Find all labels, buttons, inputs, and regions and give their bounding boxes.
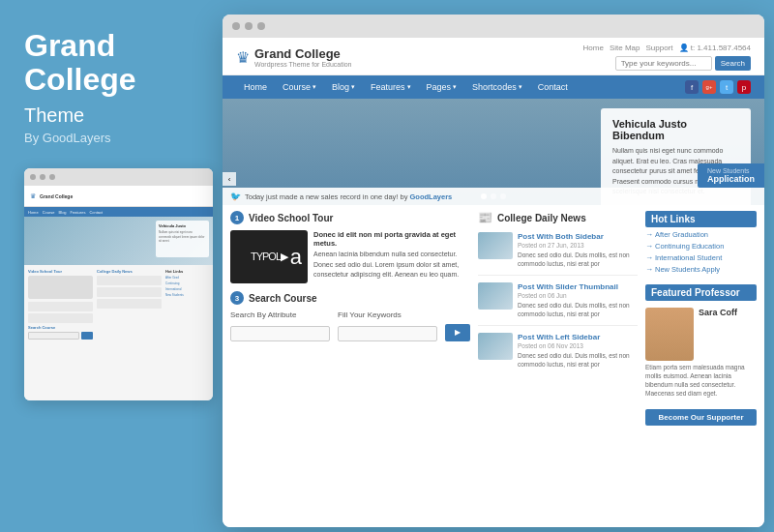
mini-col-title-2: Search Course bbox=[28, 325, 93, 330]
pinterest-icon[interactable]: p bbox=[737, 80, 751, 94]
browser-bar bbox=[223, 15, 764, 38]
site-tagline: Wordpress Theme for Education bbox=[254, 61, 352, 68]
news-title-3[interactable]: Post With Left Sidebar bbox=[518, 333, 638, 341]
google-plus-icon[interactable]: g+ bbox=[702, 80, 716, 94]
hot-link-3[interactable]: International Student bbox=[645, 253, 757, 262]
hot-link-2[interactable]: Continuing Education bbox=[645, 242, 757, 251]
search-section-num: 3 bbox=[230, 291, 244, 305]
mini-hot-links-title: Hot Links bbox=[165, 269, 209, 274]
video-text-overlay: TYPOL▶ bbox=[251, 251, 287, 263]
news-text-1: Post With Both Sidebar Posted on 27 Jun,… bbox=[518, 232, 638, 268]
mini-text-2 bbox=[28, 313, 93, 323]
hot-links-section: Hot Links After Graduation Continuing Ed… bbox=[645, 211, 757, 277]
professor-desc: Etiam porta sem malesuada magna mollis e… bbox=[645, 363, 757, 398]
news-col-title: College Daily News bbox=[497, 213, 586, 223]
mini-news-3 bbox=[97, 299, 162, 309]
top-link-support[interactable]: Support bbox=[645, 44, 672, 52]
news-thumb-1 bbox=[478, 232, 513, 259]
facebook-icon[interactable]: f bbox=[685, 80, 699, 94]
hero-prev-arrow[interactable]: ‹ bbox=[223, 172, 236, 186]
news-date-1: Posted on 27 Jun, 2013 bbox=[518, 242, 638, 249]
nav-item-shortcodes[interactable]: Shortcodes ▾ bbox=[464, 75, 530, 99]
top-link-sitemap[interactable]: Site Map bbox=[610, 44, 640, 52]
nav-item-features[interactable]: Features ▾ bbox=[363, 75, 419, 99]
hot-link-1[interactable]: After Graduation bbox=[645, 230, 757, 239]
search-keyword-label: Fill Your Keywords bbox=[338, 310, 437, 319]
left-panel: GrandCollege Theme By GoodLayers ♛ Grand… bbox=[0, 0, 223, 532]
mini-link-1: After Grad bbox=[165, 276, 209, 280]
video-letter-a: a bbox=[290, 245, 302, 270]
mini-hero: Vehicula Justo Nullam quis nisi eget nun… bbox=[24, 217, 213, 265]
news-thumb-2 bbox=[478, 282, 513, 310]
news-item-2: Post With Slider Thumbnail Posted on 06 … bbox=[478, 282, 638, 318]
news-title-2[interactable]: Post With Slider Thumbnail bbox=[518, 282, 638, 291]
news-thumb-3 bbox=[478, 333, 513, 360]
twitter-icon[interactable]: t bbox=[720, 80, 733, 94]
featured-professor-section: Featured Professor Sara Coff Etiam porta… bbox=[645, 284, 757, 398]
left-by: By GoodLayers bbox=[24, 131, 111, 145]
site-name: Grand College Wordpress Theme for Educat… bbox=[254, 46, 352, 68]
search-course-section: 3 Search Course Search By Attribute Fill… bbox=[230, 291, 470, 341]
nav-item-pages[interactable]: Pages ▾ bbox=[419, 75, 465, 99]
video-section-header: 1 Video School Tour bbox=[230, 211, 470, 224]
top-links: Home Site Map Support 👤 t: 1.411.587.456… bbox=[583, 44, 751, 52]
news-icon: 📰 bbox=[478, 211, 492, 224]
mini-nav: Home Course Blog Features Contact bbox=[24, 207, 213, 217]
hot-link-4[interactable]: New Students Apply bbox=[645, 265, 757, 274]
mini-nav-home: Home bbox=[28, 210, 39, 215]
search-row: Search bbox=[615, 56, 751, 71]
twitter-link[interactable]: GoodLayers bbox=[410, 192, 453, 201]
become-supporter-button[interactable]: Become Our Supporter bbox=[645, 409, 757, 426]
video-block: TYPOL▶ a Donec id elit non mi porta grav… bbox=[230, 230, 470, 283]
news-text-3: Post With Left Sidebar Posted on 06 Nov … bbox=[518, 333, 638, 369]
news-excerpt-2: Donec sed odio dui. Duis mollis, est non… bbox=[518, 301, 638, 318]
news-divider-1 bbox=[478, 275, 638, 276]
mini-dot-1 bbox=[30, 174, 36, 180]
nav-item-course[interactable]: Course ▾ bbox=[275, 75, 324, 99]
video-thumbnail[interactable]: TYPOL▶ a bbox=[230, 230, 308, 283]
search-keyword-input[interactable] bbox=[338, 326, 437, 341]
search-input[interactable] bbox=[615, 56, 712, 71]
new-students-button[interactable]: New Students Application bbox=[698, 163, 764, 188]
left-theme: Theme bbox=[24, 104, 84, 127]
mini-browser: ♛ Grand College Home Course Blog Feature… bbox=[24, 168, 213, 400]
search-course-row: Search By Attribute Fill Your Keywords ▶ bbox=[230, 310, 470, 341]
header-right: Home Site Map Support 👤 t: 1.411.587.456… bbox=[583, 44, 751, 71]
mini-search-btn bbox=[81, 332, 93, 340]
mini-col-left: Video School Tour Search Course bbox=[28, 269, 93, 397]
site-logo: ♛ Grand College Wordpress Theme for Educ… bbox=[236, 46, 352, 68]
top-link-home[interactable]: Home bbox=[583, 44, 604, 52]
professor-photo-inner bbox=[645, 308, 694, 361]
mini-text-1 bbox=[28, 302, 93, 311]
nav-item-contact[interactable]: Contact bbox=[530, 75, 576, 99]
mini-search-bar bbox=[28, 332, 79, 340]
video-section-num: 1 bbox=[230, 211, 244, 224]
mini-sidebar: Hot Links After Grad Continuing Internat… bbox=[165, 269, 209, 397]
mini-hero-text: Nullam quis nisi eget nunc commodo aliqu… bbox=[159, 230, 206, 243]
site-nav: Home Course ▾ Blog ▾ Features ▾ Pages ▾ … bbox=[223, 75, 764, 99]
news-date-2: Posted on 06 Jun bbox=[518, 292, 638, 299]
search-button[interactable]: Search bbox=[715, 56, 751, 71]
search-attribute-col: Search By Attribute bbox=[230, 310, 330, 341]
site-header: ♛ Grand College Wordpress Theme for Educ… bbox=[223, 38, 764, 75]
mini-news-1 bbox=[97, 276, 162, 285]
mini-nav-contact: Contact bbox=[89, 210, 103, 215]
main-left-col: 1 Video School Tour TYPOL▶ a Donec id el… bbox=[230, 211, 470, 521]
application-label: Application bbox=[707, 174, 755, 184]
crown-icon: ♛ bbox=[236, 48, 250, 67]
search-go-button[interactable]: ▶ bbox=[445, 324, 470, 341]
news-title-1[interactable]: Post With Both Sidebar bbox=[518, 232, 638, 241]
search-section-header: 3 Search Course bbox=[230, 291, 470, 305]
search-attribute-input[interactable] bbox=[230, 326, 330, 341]
video-section-title: Video School Tour bbox=[249, 213, 333, 223]
news-date-3: Posted on 06 Nov 2013 bbox=[518, 342, 638, 349]
news-excerpt-3: Donec sed odio dui. Duis mollis, est non… bbox=[518, 351, 638, 369]
mini-browser-bar bbox=[24, 168, 213, 186]
nav-item-blog[interactable]: Blog ▾ bbox=[324, 75, 363, 99]
search-keyword-col: Fill Your Keywords bbox=[338, 310, 437, 341]
nav-item-home[interactable]: Home bbox=[236, 75, 275, 99]
browser-dot-3 bbox=[257, 22, 265, 30]
featured-prof-title: Featured Professor bbox=[645, 284, 757, 301]
mini-crown-icon: ♛ bbox=[30, 192, 36, 200]
main-browser: ♛ Grand College Wordpress Theme for Educ… bbox=[223, 15, 764, 527]
